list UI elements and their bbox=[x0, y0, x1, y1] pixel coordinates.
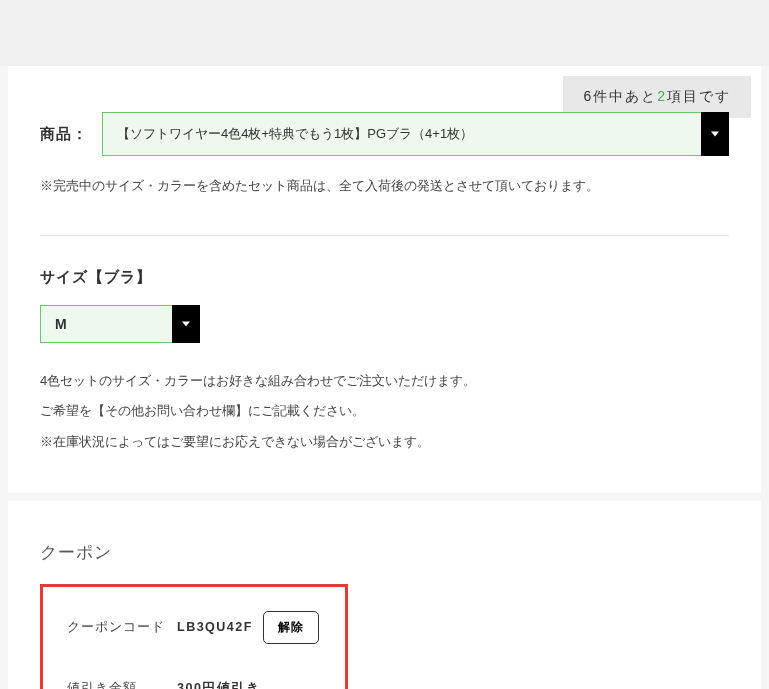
coupon-discount-row: 値引き金額 300円値引き bbox=[67, 680, 321, 689]
product-select-value: 【ソフトワイヤー4色4枚+特典でもう1枚】PGブラ（4+1枚） bbox=[102, 112, 701, 156]
size-note-2: ご希望を【その他お問い合わせ欄】にご記載ください。 bbox=[40, 399, 729, 424]
coupon-code-label: クーポンコード bbox=[67, 619, 177, 636]
size-note-1: 4色セットのサイズ・カラーはお好きな組み合わせでご注文いただけます。 bbox=[40, 369, 729, 394]
coupon-box: クーポンコード LB3QU42F 解除 値引き金額 300円値引き bbox=[40, 584, 348, 689]
coupon-card: クーポン クーポンコード LB3QU42F 解除 値引き金額 300円値引き bbox=[8, 501, 761, 689]
status-prefix: 6件中あと bbox=[583, 88, 657, 104]
divider bbox=[40, 235, 729, 236]
coupon-title: クーポン bbox=[40, 541, 729, 564]
chevron-down-icon bbox=[701, 112, 729, 156]
size-select[interactable]: M bbox=[40, 305, 200, 343]
size-note-3: ※在庫状況によってはご要望にお応えできない場合がございます。 bbox=[40, 430, 729, 455]
status-count: 2 bbox=[657, 88, 667, 104]
product-label: 商品： bbox=[40, 125, 88, 144]
release-button[interactable]: 解除 bbox=[263, 611, 319, 644]
status-suffix: 項目です bbox=[667, 88, 731, 104]
size-select-value: M bbox=[40, 305, 172, 343]
discount-value: 300円値引き bbox=[177, 680, 260, 689]
chevron-down-icon bbox=[172, 305, 200, 343]
discount-label: 値引き金額 bbox=[67, 680, 177, 689]
coupon-code-row: クーポンコード LB3QU42F 解除 bbox=[67, 611, 321, 644]
size-title: サイズ【ブラ】 bbox=[40, 268, 729, 287]
product-note: ※完売中のサイズ・カラーを含めたセット商品は、全て入荷後の発送とさせて頂いており… bbox=[40, 174, 729, 199]
product-card: 商品： 【ソフトワイヤー4色4枚+特典でもう1枚】PGブラ（4+1枚） ※完売中… bbox=[8, 66, 761, 493]
product-select[interactable]: 【ソフトワイヤー4色4枚+特典でもう1枚】PGブラ（4+1枚） bbox=[102, 112, 729, 156]
coupon-code-value: LB3QU42F bbox=[177, 620, 263, 634]
product-row: 商品： 【ソフトワイヤー4色4枚+特典でもう1枚】PGブラ（4+1枚） bbox=[40, 112, 729, 156]
